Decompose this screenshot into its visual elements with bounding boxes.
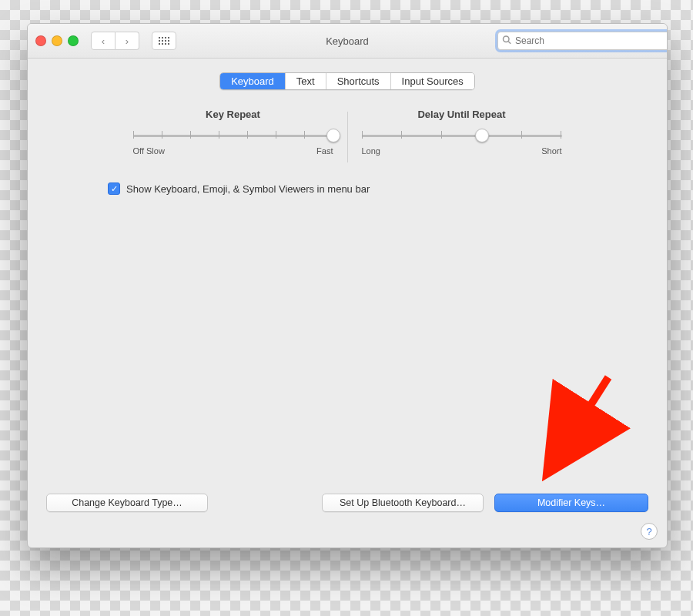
tab-text[interactable]: Text	[286, 73, 326, 89]
zoom-icon[interactable]	[68, 35, 79, 46]
slider-thumb-icon[interactable]	[326, 129, 340, 142]
help-button[interactable]: ?	[641, 523, 658, 540]
delay-repeat-right-label: Short	[541, 146, 561, 156]
titlebar: ‹ › Keyboard	[28, 24, 667, 59]
footer-buttons: Change Keyboard Type… Set Up Bluetooth K…	[46, 494, 648, 512]
search-input[interactable]	[497, 32, 668, 50]
show-all-button[interactable]	[152, 32, 176, 50]
setup-bluetooth-button[interactable]: Set Up Bluetooth Keyboard…	[322, 494, 484, 512]
delay-repeat-block: Delay Until Repeat Long Short	[348, 109, 576, 162]
tab-shortcuts[interactable]: Shortcuts	[326, 73, 391, 89]
change-keyboard-type-button[interactable]: Change Keyboard Type…	[46, 494, 208, 512]
key-repeat-slider[interactable]	[133, 128, 333, 143]
key-repeat-block: Key Repeat Off Slow Fast	[119, 109, 347, 162]
modifier-keys-button[interactable]: Modifier Keys…	[494, 494, 648, 512]
show-viewers-label: Show Keyboard, Emoji, & Symbol Viewers i…	[126, 183, 370, 195]
show-viewers-checkbox-row[interactable]: ✓ Show Keyboard, Emoji, & Symbol Viewers…	[108, 182, 648, 195]
key-repeat-left-label: Off Slow	[133, 146, 165, 156]
slider-row: Key Repeat Off Slow Fast Delay Until Rep…	[46, 109, 648, 162]
checkbox-checked-icon[interactable]: ✓	[108, 182, 120, 195]
pane-body: KeyboardTextShortcutsInput Sources Key R…	[28, 59, 667, 547]
tab-input-sources[interactable]: Input Sources	[391, 73, 474, 89]
close-icon[interactable]	[35, 35, 46, 46]
minimize-icon[interactable]	[52, 35, 62, 46]
nav-back-forward: ‹ ›	[91, 32, 139, 50]
forward-button[interactable]: ›	[116, 32, 139, 50]
delay-repeat-slider[interactable]	[362, 128, 562, 143]
key-repeat-right-label: Fast	[316, 146, 333, 156]
grid-icon	[159, 37, 169, 45]
delay-repeat-left-label: Long	[362, 146, 380, 156]
search-field-wrap	[497, 32, 659, 50]
window-controls	[35, 35, 79, 46]
preferences-window: ‹ › Keyboard KeyboardTextShortcutsInput …	[27, 23, 668, 548]
tab-bar: KeyboardTextShortcutsInput Sources	[46, 72, 648, 90]
slider-thumb-icon[interactable]	[475, 129, 489, 142]
tab-keyboard[interactable]: Keyboard	[220, 73, 286, 89]
key-repeat-title: Key Repeat	[133, 109, 333, 120]
delay-repeat-title: Delay Until Repeat	[362, 109, 562, 120]
back-button[interactable]: ‹	[91, 32, 116, 50]
